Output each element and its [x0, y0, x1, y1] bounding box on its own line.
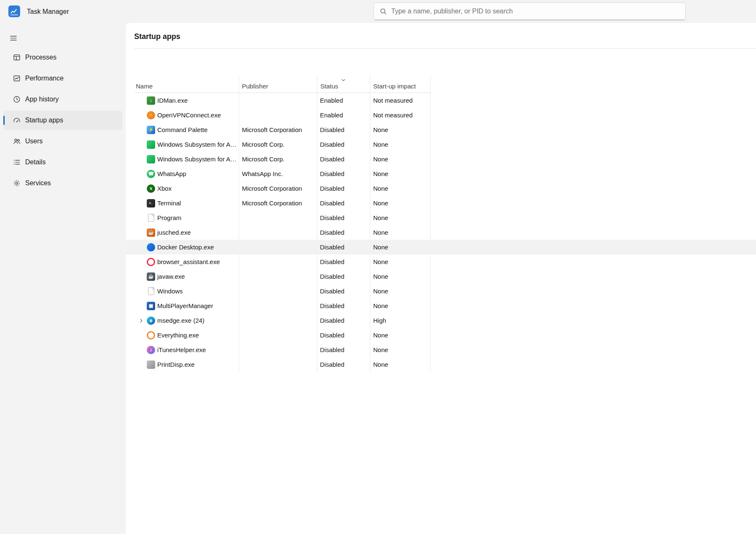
column-header-publisher[interactable]: Publisher [239, 75, 317, 93]
startup-apps-icon [13, 116, 21, 124]
openvpn-icon: ∩ [147, 111, 155, 119]
name-cell: x Xbox [134, 184, 239, 193]
table-row[interactable]: Program Disabled None [134, 210, 430, 225]
table-row[interactable]: ☕ javaw.exe Disabled None [134, 269, 430, 284]
impact-cell: None [370, 200, 422, 207]
table-row[interactable]: Docker Desktop.exe Disabled None [134, 240, 430, 254]
app-status: Disabled [320, 229, 344, 236]
expand-chevron-icon[interactable] [138, 317, 145, 324]
table-row[interactable]: ☎ WhatsApp WhatsApp Inc. Disabled None [134, 166, 430, 181]
users-icon [13, 137, 21, 145]
status-cell: Disabled [317, 361, 370, 368]
impact-cell: None [370, 126, 422, 134]
wsa-icon [147, 155, 155, 163]
table-row[interactable]: Windows Subsystem for A… Microsoft Corp.… [134, 137, 430, 152]
search-input[interactable] [387, 8, 685, 15]
app-status: Disabled [320, 288, 344, 295]
app-impact: High [373, 317, 386, 324]
table-row[interactable]: Windows Disabled None [134, 284, 430, 298]
sidebar-item-label: Performance [25, 75, 64, 82]
sort-chevron-down-icon [341, 77, 346, 84]
table-row[interactable]: Windows Subsystem for A… Microsoft Corp.… [134, 152, 430, 166]
name-cell: ☕ javaw.exe [134, 272, 239, 281]
sidebar-item-app-history[interactable]: App history [3, 90, 122, 109]
app-name: Command Palette [157, 126, 208, 133]
impact-cell: Not measured [370, 111, 422, 119]
app-name: Everything.exe [157, 332, 199, 339]
column-header-status[interactable]: Status [317, 75, 370, 93]
table-row[interactable]: browser_assistant.exe Disabled None [134, 254, 430, 269]
name-cell: Program [134, 214, 239, 222]
app-status: Enabled [320, 97, 343, 104]
table-header-row: Name Publisher Status Start-up impact [134, 75, 430, 93]
app-impact: None [373, 200, 388, 207]
edge-icon: e [147, 316, 155, 325]
sidebar-item-details[interactable]: Details [3, 153, 122, 172]
column-separator [430, 75, 431, 372]
table-row[interactable]: ▣ MultiPlayerManager Disabled None [134, 298, 430, 313]
status-cell: Disabled [317, 141, 370, 148]
terminal-icon: >_ [147, 199, 155, 207]
everything-icon [147, 331, 155, 340]
app-name: Windows [157, 288, 183, 295]
name-cell: Everything.exe [134, 331, 239, 340]
name-cell: Windows Subsystem for A… [134, 155, 239, 163]
page-title: Startup apps [134, 32, 180, 41]
table-row[interactable]: ⚡ Command Palette Microsoft Corporation … [134, 122, 430, 137]
multiplayermanager-icon: ▣ [147, 302, 155, 310]
task-manager-app-icon [8, 5, 20, 17]
sidebar-item-processes[interactable]: Processes [3, 48, 122, 67]
app-impact: None [373, 346, 388, 353]
name-cell: ☎ WhatsApp [134, 170, 239, 178]
table-row[interactable]: ↓ IDMan.exe Enabled Not measured [134, 93, 430, 108]
table-row[interactable]: ☕ jusched.exe Disabled None [134, 225, 430, 240]
generic-file-icon [148, 214, 154, 222]
app-impact: None [373, 273, 388, 280]
itunes-helper-icon: ♪ [147, 346, 155, 354]
status-cell: Enabled [317, 111, 370, 119]
app-publisher: Microsoft Corp. [242, 156, 285, 163]
services-icon [13, 179, 21, 187]
name-cell: ⚡ Command Palette [134, 126, 239, 134]
table-row[interactable]: ♪ iTunesHelper.exe Disabled None [134, 342, 430, 357]
table-row[interactable]: ∩ OpenVPNConnect.exe Enabled Not measure… [134, 108, 430, 122]
app-name: Xbox [157, 185, 171, 192]
table-row[interactable]: x Xbox Microsoft Corporation Disabled No… [134, 181, 430, 196]
column-header-label: Status [320, 83, 338, 90]
table-row[interactable]: Everything.exe Disabled None [134, 328, 430, 342]
name-cell: ☕ jusched.exe [134, 228, 239, 237]
status-cell: Disabled [317, 185, 370, 192]
impact-cell: None [370, 185, 422, 192]
app-publisher: Microsoft Corporation [242, 200, 302, 207]
table-row[interactable]: e msedge.exe (24) Disabled High [134, 313, 430, 328]
sidebar-item-services[interactable]: Services [3, 174, 122, 193]
app-publisher: Microsoft Corporation [242, 126, 302, 133]
status-cell: Disabled [317, 288, 370, 295]
app-name: Terminal [157, 200, 181, 207]
name-cell: PrintDisp.exe [134, 360, 239, 369]
sidebar-item-label: Users [25, 137, 43, 145]
sidebar-item-label: App history [25, 96, 59, 103]
app-title: Task Manager [27, 0, 69, 23]
app-publisher: Microsoft Corporation [242, 185, 302, 192]
column-header-name[interactable]: Name [134, 75, 239, 93]
sidebar-item-label: Startup apps [25, 117, 63, 124]
name-cell: Docker Desktop.exe [134, 243, 239, 251]
app-name: PrintDisp.exe [157, 361, 195, 368]
name-cell: Windows [134, 287, 239, 295]
sidebar-item-performance[interactable]: Performance [3, 69, 122, 88]
impact-cell: Not measured [370, 97, 422, 104]
app-impact: None [373, 170, 388, 177]
name-cell: ▣ MultiPlayerManager [134, 302, 239, 310]
table-row[interactable]: >_ Terminal Microsoft Corporation Disabl… [134, 196, 430, 210]
table-row[interactable]: PrintDisp.exe Disabled None [134, 357, 430, 372]
column-header-startup-impact[interactable]: Start-up impact [370, 75, 422, 93]
app-impact: None [373, 288, 388, 295]
status-cell: Disabled [317, 346, 370, 354]
app-impact: None [373, 141, 388, 148]
sidebar-item-users[interactable]: Users [3, 132, 122, 151]
status-cell: Disabled [317, 229, 370, 236]
sidebar-item-startup-apps[interactable]: Startup apps [3, 111, 122, 130]
hamburger-menu-button[interactable] [5, 31, 22, 46]
performance-icon [13, 74, 21, 83]
